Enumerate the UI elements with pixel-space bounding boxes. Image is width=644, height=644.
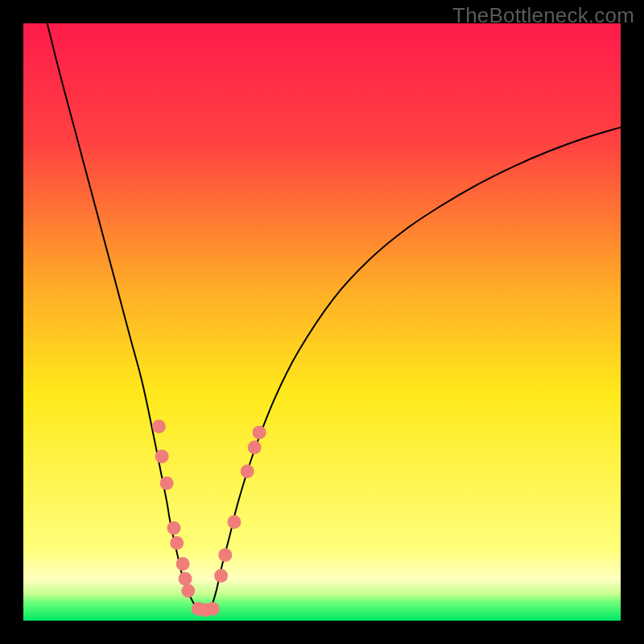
marker-dot: [181, 584, 195, 597]
marker-dot: [241, 464, 254, 478]
marker-dot: [227, 515, 241, 529]
marker-dot: [160, 477, 174, 490]
marker-dot: [206, 602, 220, 616]
curve-right-branch: [205, 127, 621, 613]
chart-frame: TheBottleneck.com: [0, 0, 644, 644]
marker-dot: [155, 449, 169, 463]
marker-dot: [176, 557, 190, 571]
marker-dot: [214, 569, 228, 583]
marker-dot: [152, 419, 166, 433]
marker-dot: [248, 440, 262, 454]
marker-dot: [253, 426, 266, 440]
curve-left-branch: [47, 23, 206, 613]
marker-dot: [218, 548, 232, 562]
marker-dot: [167, 521, 180, 535]
marker-dot: [170, 536, 184, 550]
watermark-text: TheBottleneck.com: [452, 3, 634, 28]
curve-layer: [23, 23, 621, 621]
marker-dot: [179, 572, 192, 586]
plot-area: [23, 23, 621, 621]
